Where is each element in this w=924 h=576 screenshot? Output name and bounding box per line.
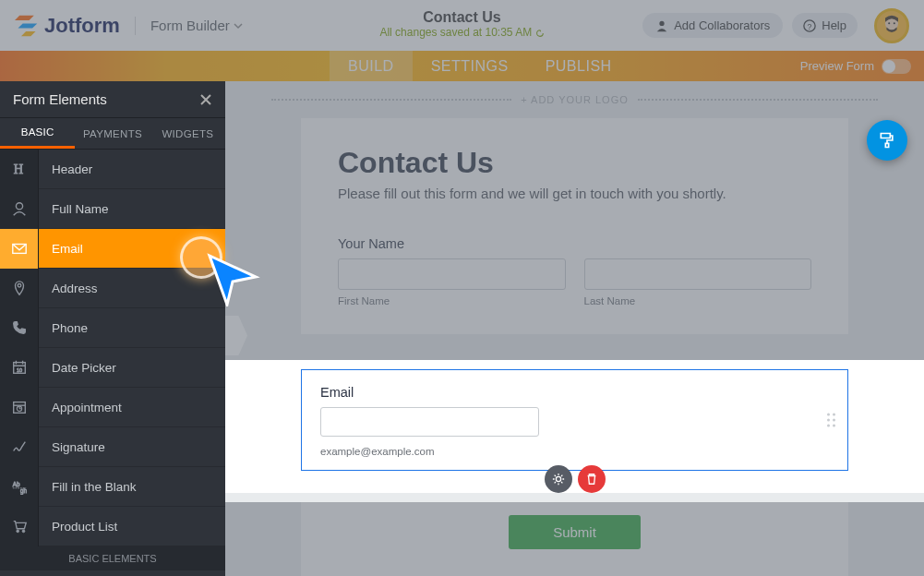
- preview-label: Preview Form: [800, 59, 874, 73]
- jotform-logo[interactable]: Jotform: [15, 14, 120, 38]
- question-icon: ?: [803, 19, 816, 32]
- blank-icon: Abgh: [0, 467, 39, 507]
- svg-text:gh: gh: [19, 487, 27, 495]
- svg-point-0: [660, 20, 665, 25]
- form-heading[interactable]: Contact Us: [338, 146, 811, 180]
- sidebar-tab-basic[interactable]: BASIC: [0, 118, 75, 149]
- toggle-switch[interactable]: [882, 59, 911, 74]
- user-avatar[interactable]: [874, 8, 909, 43]
- element-item-phone[interactable]: Phone: [0, 308, 225, 348]
- brand-text: Jotform: [44, 14, 120, 38]
- gear-icon: [552, 473, 565, 486]
- tab-build[interactable]: BUILD: [330, 51, 413, 81]
- help-button[interactable]: ? Help: [792, 13, 858, 38]
- svg-text:H: H: [13, 162, 22, 176]
- element-item-header[interactable]: HHeader: [0, 150, 225, 189]
- saved-status: All changes saved at 10:35 AM: [379, 26, 544, 39]
- form-subheading[interactable]: Please fill out this form and we will ge…: [338, 186, 811, 201]
- user-icon: [0, 189, 39, 229]
- heading-icon: H: [0, 150, 39, 189]
- drag-handle-icon[interactable]: [827, 414, 838, 427]
- add-logo-label: + ADD YOUR LOGO: [521, 94, 629, 105]
- phone-icon: [0, 308, 39, 348]
- svg-point-18: [556, 476, 560, 481]
- svg-point-4: [888, 22, 890, 24]
- schedule-icon: [0, 388, 39, 427]
- element-item-label: Address: [39, 282, 98, 295]
- form-elements-sidebar: Form Elements BASIC PAYMENTS WIDGETS HHe…: [0, 81, 225, 576]
- element-item-date-picker[interactable]: 10Date Picker: [0, 348, 225, 388]
- element-item-label: Date Picker: [39, 361, 116, 375]
- help-label: Help: [822, 18, 846, 32]
- chevron-down-icon: [234, 21, 243, 30]
- user-icon: [655, 19, 668, 32]
- email-field-label: Email: [320, 385, 829, 400]
- cart-icon: [0, 507, 39, 546]
- tab-publish[interactable]: PUBLISH: [527, 51, 630, 81]
- sidebar-tab-widgets[interactable]: WIDGETS: [150, 118, 225, 149]
- sidebar-title: Form Elements: [13, 91, 107, 107]
- close-icon[interactable]: [199, 93, 212, 106]
- email-form-field[interactable]: Email example@example.com: [301, 369, 848, 471]
- top-bar: Jotform Form Builder Contact Us All chan…: [0, 0, 924, 51]
- calendar-icon: 10: [0, 348, 39, 388]
- refresh-icon: [535, 29, 545, 38]
- sidebar-footer: BASIC ELEMENTS: [0, 546, 225, 570]
- trash-icon: [585, 473, 598, 486]
- mail-icon: [0, 229, 39, 269]
- name-field-label: Your Name: [338, 236, 811, 251]
- last-name-input[interactable]: [584, 258, 812, 290]
- element-item-label: Signature: [39, 440, 105, 454]
- field-settings-button[interactable]: [545, 465, 572, 493]
- submit-button[interactable]: Submit: [509, 515, 641, 549]
- element-item-label: Phone: [39, 321, 88, 335]
- svg-text:?: ?: [808, 21, 812, 30]
- sidebar-tab-payments[interactable]: PAYMENTS: [75, 118, 150, 149]
- svg-point-17: [22, 530, 25, 533]
- tab-settings[interactable]: SETTINGS: [413, 51, 527, 81]
- svg-point-7: [16, 203, 22, 210]
- top-center-info: Contact Us All changes saved at 10:35 AM: [379, 9, 544, 39]
- svg-text:10: 10: [17, 367, 22, 373]
- dropdown-label: Form Builder: [150, 18, 230, 33]
- form-title-header[interactable]: Contact Us: [379, 9, 544, 26]
- tutorial-cursor-icon: [205, 251, 260, 306]
- add-collaborators-button[interactable]: Add Collaborators: [642, 13, 783, 38]
- element-item-label: Fill in the Blank: [39, 480, 137, 494]
- paint-roller-icon: [878, 131, 896, 150]
- svg-point-16: [16, 530, 18, 533]
- element-item-product-list[interactable]: Product List: [0, 507, 225, 546]
- element-item-label: Product List: [39, 520, 117, 534]
- signature-icon: [0, 427, 39, 467]
- email-input[interactable]: [320, 407, 539, 437]
- last-name-sublabel: Last Name: [584, 295, 812, 306]
- email-example-text: example@example.com: [320, 446, 829, 457]
- element-item-label: Appointment: [39, 401, 122, 414]
- element-item-signature[interactable]: Signature: [0, 427, 225, 467]
- element-item-full-name[interactable]: Full Name: [0, 189, 225, 229]
- add-collab-label: Add Collaborators: [674, 18, 770, 32]
- svg-text:Ab: Ab: [12, 481, 19, 487]
- form-card: Contact Us Please fill out this form and…: [301, 118, 848, 334]
- element-item-label: Header: [39, 162, 92, 176]
- first-name-input[interactable]: [338, 258, 566, 290]
- field-delete-button[interactable]: [578, 465, 606, 493]
- floating-design-button[interactable]: [867, 120, 907, 161]
- vertical-divider: [135, 17, 136, 35]
- element-item-label: Full Name: [39, 202, 109, 216]
- preview-form-toggle[interactable]: Preview Form: [800, 51, 911, 81]
- svg-point-9: [18, 284, 21, 288]
- add-logo-row[interactable]: + ADD YOUR LOGO: [225, 81, 924, 118]
- svg-point-5: [894, 22, 895, 24]
- pin-icon: [0, 269, 39, 308]
- avatar-face-icon: [879, 13, 905, 39]
- logo-icon: [15, 14, 39, 38]
- element-item-fill-in-the-blank[interactable]: AbghFill in the Blank: [0, 467, 225, 507]
- form-builder-dropdown[interactable]: Form Builder: [150, 18, 243, 33]
- element-item-appointment[interactable]: Appointment: [0, 388, 225, 427]
- first-name-sublabel: First Name: [338, 295, 566, 306]
- element-item-label: Email: [39, 242, 83, 256]
